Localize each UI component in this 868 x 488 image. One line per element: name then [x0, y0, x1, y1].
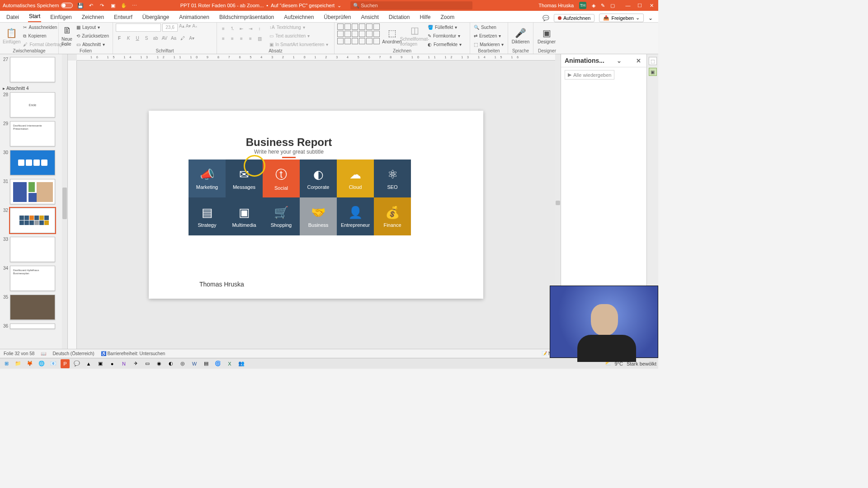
word-icon[interactable]: W — [190, 359, 199, 368]
tab-animationen[interactable]: Animationen — [178, 12, 210, 22]
spacing-button[interactable]: AV — [161, 34, 168, 42]
align-text-button[interactable]: ▭Text ausrichten ▾ — [269, 32, 329, 40]
find-button[interactable]: 🔍Suchen — [473, 23, 505, 31]
tile-finance[interactable]: 💰Finance — [374, 197, 411, 235]
arrange-button[interactable]: ⬚Anordnen — [382, 23, 402, 48]
tile-corporate[interactable]: ◐Corporate — [300, 160, 337, 197]
text-direction-button[interactable]: ↕ATextrichtung ▾ — [269, 23, 329, 31]
maximize-icon[interactable]: ☐ — [636, 3, 644, 9]
tile-multimedia[interactable]: ▣Multimedia — [226, 197, 263, 235]
indent-dec-button[interactable]: ⇤ — [238, 25, 245, 32]
powerpoint-icon[interactable]: P — [61, 359, 70, 368]
app-icon[interactable]: 💬 — [72, 359, 81, 368]
underline-button[interactable]: U — [134, 34, 141, 42]
thumb-35[interactable]: 35 — [1, 295, 66, 320]
excel-icon[interactable]: X — [225, 359, 234, 368]
designer-button[interactable]: ▣Designer — [536, 23, 557, 48]
tab-einfuegen[interactable]: Einfügen — [49, 12, 72, 22]
redo-icon[interactable]: ↷ — [99, 3, 105, 9]
tiles-grid[interactable]: 📣Marketing✉MessagesⓣSocial◐Corporate☁Clo… — [189, 160, 411, 235]
record-button[interactable]: Aufzeichnen — [554, 14, 595, 22]
quick-styles-button[interactable]: ◫Schnellformat-vorlagen — [404, 23, 425, 48]
pen-icon[interactable]: ✎ — [601, 3, 605, 9]
app6-icon[interactable]: ◎ — [178, 359, 187, 368]
thumb-30[interactable]: 30 — [1, 150, 66, 175]
close-icon[interactable]: ✕ — [634, 57, 643, 64]
tab-ueberpruefen[interactable]: Überprüfen — [323, 12, 352, 22]
section-header[interactable]: ▸ Abschnitt 4 — [3, 86, 66, 91]
tab-hilfe[interactable]: Hilfe — [419, 12, 431, 22]
user-name[interactable]: Thomas Hruska — [538, 3, 574, 8]
font-size-input[interactable]: 23,6 — [162, 23, 178, 32]
tile-shopping[interactable]: 🛒Shopping — [263, 197, 300, 235]
toggle-icon[interactable] — [61, 3, 73, 8]
app2-icon[interactable]: ▣ — [96, 359, 105, 368]
search-input[interactable]: 🔍 Suchen — [350, 1, 472, 9]
slide-title[interactable]: Business Report — [149, 136, 429, 149]
tab-uebergaenge[interactable]: Übergänge — [142, 12, 170, 22]
shrink-font-icon[interactable]: A▾ — [186, 23, 191, 32]
app3-icon[interactable]: ● — [108, 359, 117, 368]
close-icon[interactable]: ✕ — [647, 3, 656, 9]
tile-marketing[interactable]: 📣Marketing — [189, 160, 226, 197]
start-icon[interactable]: ⊞ — [2, 359, 11, 368]
tab-zoom[interactable]: Zoom — [439, 12, 455, 22]
tab-start[interactable]: Start — [28, 11, 41, 22]
chevron-down-icon[interactable]: ⌄ — [615, 57, 623, 64]
section-button[interactable]: ▭Abschnitt ▾ — [75, 41, 110, 48]
thumb-27[interactable]: 27 — [1, 57, 66, 82]
more-icon[interactable]: ⋯ — [132, 3, 138, 9]
indent-inc-button[interactable]: ⇥ — [247, 25, 254, 32]
file-title[interactable]: PPT 01 Roter Faden 006 - ab Zoom... • Au… — [180, 3, 341, 9]
dictate-button[interactable]: 🎤Diktieren — [511, 23, 530, 48]
play-all-button[interactable]: ▶ Alle wiedergeben — [565, 70, 614, 80]
vlc-icon[interactable]: ▲ — [84, 359, 93, 368]
chrome-icon[interactable]: 🌐 — [37, 359, 46, 368]
bullets-button[interactable]: ≡ — [220, 25, 227, 32]
grow-font-icon[interactable]: A▴ — [179, 23, 184, 32]
comments-icon[interactable]: 💬 — [542, 15, 549, 21]
highlight-button[interactable]: 🖍 — [179, 34, 186, 42]
touch-icon[interactable]: ✋ — [121, 3, 127, 9]
app5-icon[interactable]: ◐ — [166, 359, 175, 368]
strike-button[interactable]: S — [143, 34, 150, 42]
app7-icon[interactable]: ▤ — [202, 359, 211, 368]
tile-cloud[interactable]: ☁Cloud — [337, 160, 374, 197]
thumb-31[interactable]: 31 — [1, 179, 66, 204]
thumb-33[interactable]: 33 — [1, 237, 66, 262]
minimize-icon[interactable]: — — [624, 3, 632, 9]
teams-icon[interactable]: 👥 — [237, 359, 246, 368]
obs-icon[interactable]: ◉ — [155, 359, 164, 368]
justify-button[interactable]: ≡ — [247, 35, 254, 42]
undo-icon[interactable]: ↶ — [88, 3, 94, 9]
font-color-button[interactable]: A▾ — [188, 34, 195, 42]
tab-bildschirm[interactable]: Bildschirmpräsentation — [218, 12, 275, 22]
spell-check-icon[interactable]: 📖 — [41, 351, 46, 356]
side-btn-1[interactable]: ⬚ — [649, 57, 657, 65]
slide-editor[interactable]: 16 15 14 13 12 11 10 9 8 7 6 5 4 3 2 1 0… — [68, 54, 561, 349]
slide-author[interactable]: Thomas Hruska — [199, 281, 244, 288]
tile-strategy[interactable]: ▤Strategy — [189, 197, 226, 235]
tile-entrepreneur[interactable]: 👤Entrepreneur — [337, 197, 374, 235]
new-slide-button[interactable]: 🗎Neue Folie — [61, 23, 74, 48]
save-icon[interactable]: 💾 — [77, 3, 84, 9]
align-center-button[interactable]: ≡ — [229, 35, 236, 42]
thumb-34[interactable]: 34Dashboard Apfelhaus Businessplan — [1, 266, 66, 291]
slide-counter[interactable]: Folie 32 von 58 — [4, 351, 34, 356]
side-btn-2[interactable]: ▣ — [649, 68, 657, 76]
window-icon[interactable]: ▢ — [610, 3, 615, 9]
collapse-ribbon-icon[interactable]: ⌄ — [648, 15, 653, 21]
tab-aufzeichnen[interactable]: Aufzeichnen — [283, 12, 315, 22]
numbering-button[interactable]: ⒈ — [229, 25, 236, 32]
shadow-button[interactable]: ab — [152, 34, 159, 42]
bold-button[interactable]: F — [116, 34, 123, 42]
thumb-32[interactable]: 32 — [1, 208, 66, 233]
layout-button[interactable]: ▦Layout ▾ — [75, 23, 110, 31]
tab-dictation[interactable]: Dictation — [388, 12, 411, 22]
app4-icon[interactable]: ▭ — [143, 359, 152, 368]
align-left-button[interactable]: ≡ — [220, 35, 227, 42]
edge-icon[interactable]: 🌀 — [213, 359, 222, 368]
replace-button[interactable]: ⇄Ersetzen ▾ — [473, 32, 505, 40]
smartart-button[interactable]: ▣In SmartArt konvertieren ▾ — [269, 41, 329, 48]
language[interactable]: Deutsch (Österreich) — [52, 351, 94, 356]
